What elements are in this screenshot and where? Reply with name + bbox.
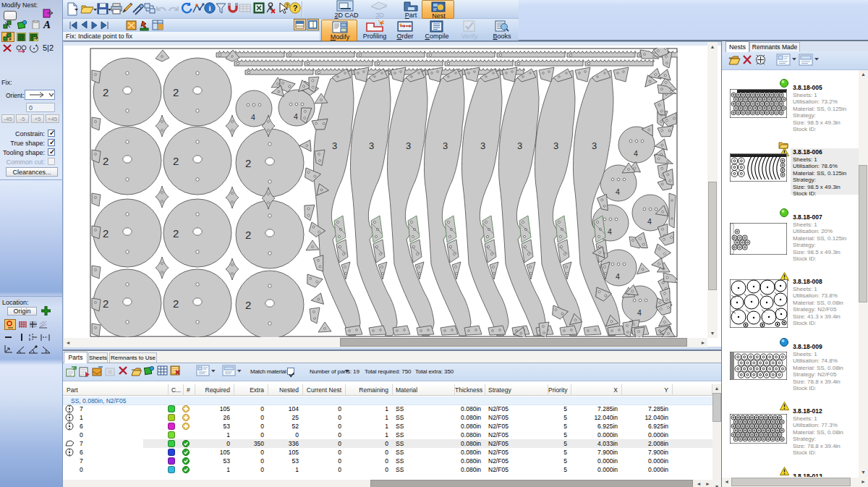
svg-text:?: ? bbox=[293, 4, 298, 12]
svg-text:?: ? bbox=[286, 3, 289, 8]
svg-text:i: i bbox=[208, 4, 210, 12]
